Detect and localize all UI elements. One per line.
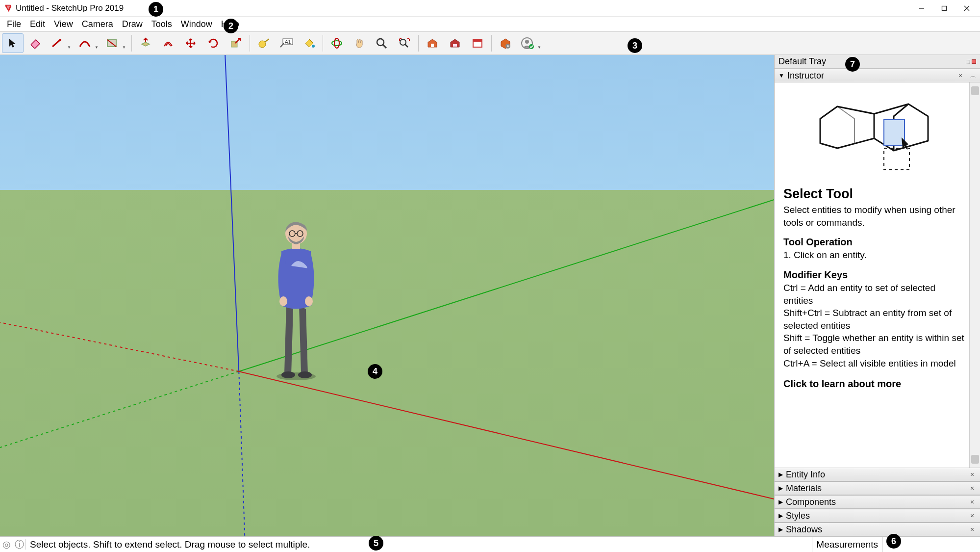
panel-entity-info[interactable]: ▶Entity Info× <box>775 468 980 481</box>
panel-components[interactable]: ▶Components× <box>775 495 980 509</box>
paint-bucket-tool[interactable] <box>298 33 320 53</box>
user-account-tool[interactable]: ▼ <box>517 33 544 53</box>
modifier-keys-heading: Modifier Keys <box>783 269 964 281</box>
svg-point-17 <box>377 39 384 46</box>
3d-warehouse-tool[interactable] <box>422 33 443 53</box>
close-button[interactable] <box>955 0 978 16</box>
zoom-tool[interactable] <box>371 33 393 53</box>
callout-1: 1 <box>149 2 163 17</box>
extension-warehouse-tool[interactable] <box>444 33 466 53</box>
panel-close[interactable]: × <box>968 526 976 533</box>
panel-close[interactable]: × <box>968 512 976 520</box>
menu-view[interactable]: View <box>50 18 77 30</box>
svg-rect-46 <box>884 148 909 170</box>
extension-manager-tool[interactable] <box>495 33 516 53</box>
tool-operation-heading: Tool Operation <box>783 237 964 248</box>
callout-6: 6 <box>886 534 901 549</box>
menu-draw[interactable]: Draw <box>118 18 147 30</box>
scale-figure[interactable] <box>267 217 326 381</box>
expand-arrow-icon: ▶ <box>779 485 783 492</box>
panel-label: Components <box>786 497 836 507</box>
tray-close-icon[interactable] <box>972 59 976 64</box>
push-pull-tool[interactable] <box>135 33 156 53</box>
svg-point-25 <box>507 45 509 47</box>
maximize-button[interactable] <box>933 0 955 16</box>
svg-rect-1 <box>942 6 947 10</box>
measurements-label: Measurements <box>812 537 882 552</box>
tray-pin-icon[interactable]: ⬚ <box>965 58 970 65</box>
svg-line-3 <box>964 6 969 11</box>
svg-point-14 <box>312 45 315 48</box>
svg-point-39 <box>305 296 313 306</box>
panel-label: Materials <box>786 483 822 494</box>
menu-tools[interactable]: Tools <box>148 18 176 30</box>
pan-tool[interactable] <box>349 33 370 53</box>
shape-tool[interactable]: ▼ <box>102 33 128 53</box>
svg-rect-23 <box>473 39 482 42</box>
zoom-extents-tool[interactable] <box>394 33 415 53</box>
instructor-subtitle: Select entities to modify when using oth… <box>783 204 964 229</box>
svg-line-30 <box>239 371 245 536</box>
line-tool[interactable]: ▼ <box>47 33 74 53</box>
instructor-panel-close[interactable]: × <box>956 72 964 79</box>
svg-line-29 <box>225 55 239 371</box>
offset-tool[interactable] <box>157 33 179 53</box>
modifier-key-line: Ctrl = Add an entity to set of selected … <box>783 282 964 307</box>
menu-window[interactable]: Window <box>177 18 216 30</box>
menu-file[interactable]: File <box>3 18 25 30</box>
callout-4: 4 <box>368 364 382 379</box>
window-title: Untitled - SketchUp Pro 2019 <box>16 3 124 13</box>
arc-tool[interactable]: ▼ <box>75 33 101 53</box>
svg-line-33 <box>239 371 774 499</box>
scale-tool[interactable] <box>225 33 247 53</box>
layout-tool[interactable] <box>467 33 488 53</box>
minimize-button[interactable] <box>910 0 933 16</box>
panel-materials[interactable]: ▶Materials× <box>775 481 980 495</box>
toolbar: ▼▼▼A1▼ <box>0 31 980 55</box>
menu-camera[interactable]: Camera <box>78 18 117 30</box>
panel-label: Styles <box>786 511 810 521</box>
svg-line-13 <box>280 43 284 47</box>
move-tool[interactable] <box>180 33 201 53</box>
instructor-panel-body: Select Tool Select entities to modify wh… <box>775 82 980 468</box>
app-icon <box>4 4 13 13</box>
panel-shadows[interactable]: ▶Shadows× <box>775 523 980 536</box>
instructor-panel-collapse[interactable]: ︿ <box>970 72 976 80</box>
menubar: FileEditViewCameraDrawToolsWindowHelp <box>0 17 980 31</box>
instructor-scrollbar[interactable] <box>969 82 980 468</box>
panel-label: Entity Info <box>786 470 825 480</box>
modifier-key-line: Ctrl+A = Select all visible entities in … <box>783 357 964 370</box>
modifier-key-line: Shift = Toggle whether an entity is with… <box>783 332 964 357</box>
rotate-tool[interactable] <box>202 33 224 53</box>
panel-styles[interactable]: ▶Styles× <box>775 509 980 523</box>
instructor-title: Select Tool <box>783 186 964 202</box>
geolocation-icon[interactable]: ◎ <box>0 539 13 550</box>
svg-line-4 <box>52 40 60 47</box>
info-icon[interactable]: ⓘ <box>13 538 25 551</box>
text-tool[interactable]: A1 <box>276 33 297 53</box>
tray-header[interactable]: Default Tray ⬚ <box>775 55 980 69</box>
eraser-tool[interactable] <box>25 33 46 53</box>
svg-point-16 <box>334 38 339 48</box>
callout-3: 3 <box>628 38 642 53</box>
menu-edit[interactable]: Edit <box>26 18 49 30</box>
svg-text:A1: A1 <box>285 39 291 45</box>
svg-line-2 <box>964 6 969 11</box>
orbit-tool[interactable] <box>326 33 348 53</box>
svg-point-27 <box>525 40 529 44</box>
panel-close[interactable]: × <box>968 498 976 506</box>
panel-close[interactable]: × <box>968 471 976 478</box>
callout-7: 7 <box>845 57 860 72</box>
tape-measure-tool[interactable] <box>253 33 275 53</box>
viewport-3d[interactable] <box>0 55 774 536</box>
svg-line-34 <box>0 322 239 371</box>
instructor-panel-header[interactable]: ▼ Instructor × ︿ <box>775 69 980 82</box>
svg-point-37 <box>298 371 312 378</box>
svg-point-38 <box>279 296 287 306</box>
collapse-arrow-icon: ▼ <box>779 72 784 79</box>
tool-operation-step: 1. Click on an entity. <box>783 249 964 262</box>
modifier-key-line: Shift+Ctrl = Subtract an entity from set… <box>783 307 964 332</box>
learn-more-link[interactable]: Click to learn about more <box>783 378 964 390</box>
select-tool[interactable] <box>2 33 24 53</box>
panel-close[interactable]: × <box>968 484 976 492</box>
